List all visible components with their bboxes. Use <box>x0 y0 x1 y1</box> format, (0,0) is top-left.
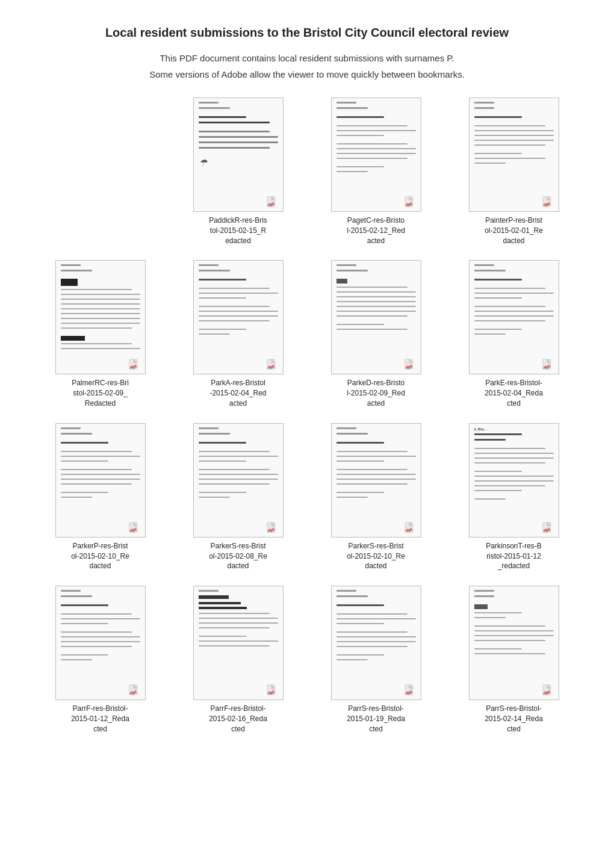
pdf-icon: PDF <box>542 684 555 697</box>
doc-label: PaddickR-res-Bris tol-2015-02-15_R edact… <box>209 215 267 246</box>
pdf-icon: PDF <box>266 684 279 697</box>
pdf-icon: PDF <box>266 358 279 371</box>
list-item[interactable]: PDF ParkerS-res-Brist ol-2015-02-10_Re d… <box>325 423 427 571</box>
pdf-icon: PDF <box>404 196 417 209</box>
list-item[interactable]: PDF ParkA-res-Bristol -2015-02-04_Red ac… <box>187 260 290 408</box>
pdf-icon: PDF <box>542 521 555 535</box>
list-item[interactable]: A. Blur... PDF <box>463 423 565 571</box>
list-item[interactable]: ☂ PDF PaddickR-res-Bris tol-2015-02-15_R… <box>187 98 290 246</box>
subtitle1: This PDF document contains local residen… <box>36 53 578 63</box>
list-item[interactable]: PDF ParrS-res-Bristol- 2015-02-14_Reda c… <box>463 586 565 734</box>
doc-label: ParrF-res-Bristol- 2015-01-12_Reda cted <box>71 704 129 734</box>
pdf-icon: PDF <box>542 196 555 209</box>
document-grid: ☂ PDF PaddickR-res-Bris tol-2015-02-15_R… <box>36 98 578 734</box>
list-item[interactable]: PDF ParkeD-res-Bristo l-2015-02-09_Red a… <box>325 260 427 408</box>
empty-placeholder <box>49 98 152 246</box>
list-item[interactable]: PDF ParkerS-res-Brist ol-2015-02-08_Re d… <box>187 423 290 571</box>
doc-label: PalmerRC-res-Bri stol-2015-02-09_ Redact… <box>72 378 129 408</box>
doc-label: ParkE-res-Bristol- 2015-02-04_Reda cted <box>485 378 543 408</box>
subtitle2: Some versions of Adobe allow the viewer … <box>36 69 578 79</box>
list-item[interactable]: PDF ParrF-res-Bristol- 2015-01-12_Reda c… <box>49 586 152 734</box>
doc-label: ParrS-res-Bristol- 2015-02-14_Reda cted <box>485 704 543 734</box>
list-item[interactable]: PDF ParrF-res-Bristol- 2015-02-16_Reda c… <box>187 586 290 734</box>
doc-label: ParkeD-res-Bristo l-2015-02-09_Red acted <box>347 378 405 408</box>
pdf-icon: PDF <box>404 521 417 535</box>
pdf-icon: PDF <box>404 684 417 697</box>
doc-label: PagetC-res-Bristo l-2015-02-12_Red acted <box>347 215 405 246</box>
list-item[interactable]: PDF PalmerRC-res-Bri stol-2015-02-09_ Re… <box>49 260 152 408</box>
page-title: Local resident submissions to the Bristo… <box>36 24 578 41</box>
list-item[interactable]: PDF ParkerP-res-Brist ol-2015-02-10_Re d… <box>49 423 152 571</box>
doc-label: ParrF-res-Bristol- 2015-02-16_Reda cted <box>209 704 267 734</box>
doc-label: ParkinsonT-res-B ristol-2015-01-12 _reda… <box>486 541 542 571</box>
doc-label: ParkerP-res-Brist ol-2015-02-10_Re dacte… <box>71 541 129 571</box>
pdf-icon: PDF <box>128 684 141 697</box>
doc-label: ParkerS-res-Brist ol-2015-02-08_Re dacte… <box>209 541 267 571</box>
list-item[interactable]: PDF ParkE-res-Bristol- 2015-02-04_Reda c… <box>463 260 565 408</box>
doc-label: PainterP-res-Brist ol-2015-02-01_Re dact… <box>485 215 543 246</box>
pdf-icon: PDF <box>542 358 555 371</box>
doc-label: ParkA-res-Bristol -2015-02-04_Red acted <box>209 378 266 408</box>
doc-label: ParrS-res-Bristol- 2015-01-19_Reda cted <box>347 704 405 734</box>
list-item[interactable]: PDF PagetC-res-Bristo l-2015-02-12_Red a… <box>325 98 427 246</box>
list-item[interactable]: PDF PainterP-res-Brist ol-2015-02-01_Re … <box>463 98 565 246</box>
pdf-icon: PDF <box>128 521 141 535</box>
doc-label: ParkerS-res-Brist ol-2015-02-10_Re dacte… <box>347 541 405 571</box>
pdf-icon: PDF <box>266 196 279 209</box>
pdf-icon: PDF <box>266 521 279 535</box>
list-item[interactable]: PDF ParrS-res-Bristol- 2015-01-19_Reda c… <box>325 586 427 734</box>
pdf-icon: PDF <box>128 358 141 371</box>
pdf-icon: PDF <box>404 358 417 371</box>
